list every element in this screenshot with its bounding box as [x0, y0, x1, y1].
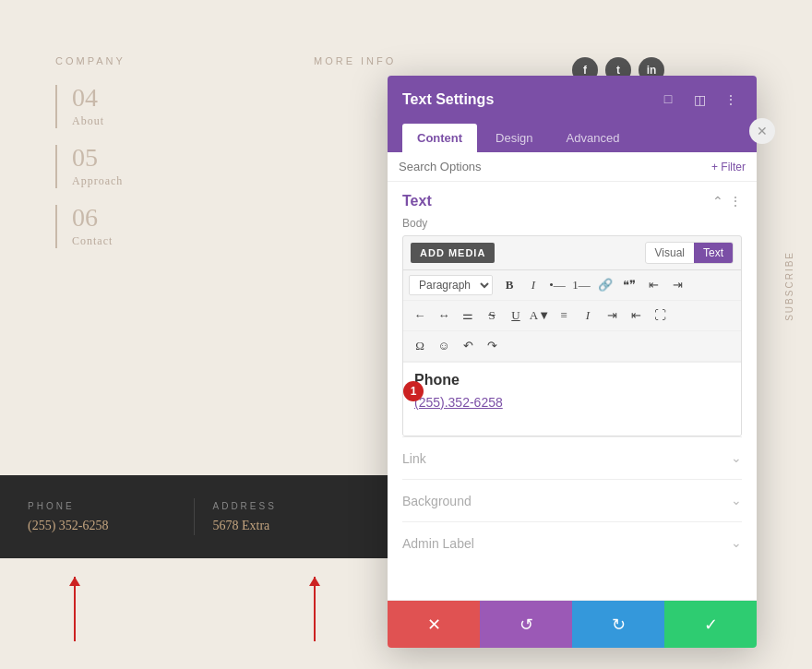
- editor-toolbar: ADD MEDIA Visual Text Paragraph Heading …: [402, 235, 742, 436]
- accordion-admin-arrow: ⌄: [731, 535, 742, 551]
- link-button[interactable]: 🔗: [594, 274, 616, 296]
- cancel-button[interactable]: ✕: [388, 601, 480, 648]
- modal-footer: ✕ ↺ ↻ ✓: [388, 600, 757, 648]
- arrow-up-right: [314, 577, 316, 641]
- footer-divider: [194, 498, 195, 535]
- nav-label-approach: Approach: [72, 174, 123, 188]
- nav-number-06: 06: [72, 205, 113, 231]
- editor-content-area: 1 Phone (255).352-6258: [403, 362, 741, 436]
- undo-button[interactable]: ↶: [457, 335, 479, 357]
- paragraph-select[interactable]: Paragraph Heading 1 Heading 2: [409, 275, 493, 295]
- editor-content-wrapper: 1 Phone (255).352-6258: [414, 372, 730, 411]
- modal-header-icons: □ ◫ ⋮: [657, 89, 742, 111]
- text-section-header: Text ⌃ ⋮: [402, 193, 742, 209]
- modal-icon-layout[interactable]: ◫: [688, 89, 710, 111]
- accordion-link-arrow: ⌄: [731, 450, 742, 466]
- visual-view-btn[interactable]: Visual: [646, 243, 694, 263]
- redo-footer-button[interactable]: ↻: [572, 601, 664, 648]
- address-value: 5678 Extra: [213, 519, 361, 533]
- accordion-background-arrow: ⌄: [731, 493, 742, 508]
- editor-heading: Phone: [414, 372, 730, 388]
- align-left-button[interactable]: ⇤: [642, 274, 664, 296]
- modal-tabs: Content Design Advanced: [388, 124, 757, 152]
- view-toggle: Visual Text: [645, 242, 734, 264]
- search-input[interactable]: [399, 160, 711, 173]
- accordion-background[interactable]: Background ⌄: [402, 479, 742, 521]
- address-col: ADDRESS 5678 Extra: [213, 501, 361, 533]
- nav-item-about[interactable]: 04 About: [55, 85, 125, 128]
- address-label: ADDRESS: [213, 501, 361, 511]
- phone-col: PHONE (255) 352-6258: [28, 501, 175, 533]
- footer-bar: PHONE (255) 352-6258 ADDRESS 5678 Extra: [0, 475, 388, 558]
- accordion-admin[interactable]: Admin Label ⌄: [402, 521, 742, 564]
- indent-button[interactable]: ⇥: [601, 305, 623, 327]
- modal-body: Text ⌃ ⋮ Body ADD MEDIA Visual Text Para…: [388, 182, 757, 600]
- redo-button[interactable]: ↷: [481, 335, 503, 357]
- text-settings-modal: Text Settings □ ◫ ⋮ Content Design Advan…: [388, 76, 757, 648]
- phone-label: PHONE: [28, 501, 175, 511]
- toolbar-top-row: ADD MEDIA Visual Text: [403, 236, 741, 270]
- nav-label-about: About: [72, 114, 104, 128]
- format-row-3: Ω ☺ ↶ ↷: [403, 331, 741, 362]
- underline-button[interactable]: U: [505, 305, 527, 327]
- more-info-label: MORE INFO: [314, 55, 396, 66]
- tab-design[interactable]: Design: [481, 124, 547, 152]
- blockquote-button[interactable]: ❝❞: [618, 274, 640, 296]
- accordion-admin-label: Admin Label: [402, 536, 474, 551]
- filter-button[interactable]: + Filter: [711, 161, 746, 173]
- tab-advanced[interactable]: Advanced: [552, 124, 635, 152]
- align-right-button[interactable]: ⇥: [666, 274, 688, 296]
- more-info-section: MORE INFO: [314, 55, 396, 85]
- format-row-2: ← ↔ ⚌ S U A▼ ≡ I ⇥ ⇤ ⛶: [403, 301, 741, 331]
- omega-button[interactable]: Ω: [409, 335, 431, 357]
- nav-number-05: 05: [72, 145, 123, 171]
- accordion-link[interactable]: Link ⌄: [402, 436, 742, 479]
- company-section: COMPANY 04 About 05 Approach 06 Contact: [55, 55, 125, 265]
- align-center-button[interactable]: ↔: [433, 305, 455, 327]
- text-section-title: Text: [402, 193, 432, 209]
- nav-item-contact[interactable]: 06 Contact: [55, 205, 125, 248]
- subscribe-text: SUBSCRIBE: [784, 251, 794, 321]
- modal-icon-expand[interactable]: □: [657, 89, 679, 111]
- table-button[interactable]: ⚌: [457, 305, 479, 327]
- modal-header: Text Settings □ ◫ ⋮: [388, 76, 757, 124]
- modal-close-outside[interactable]: ✕: [749, 118, 775, 144]
- italic2-button[interactable]: I: [577, 305, 599, 327]
- tab-content[interactable]: Content: [402, 124, 477, 152]
- font-color-button[interactable]: A▼: [529, 305, 551, 327]
- accordion-link-label: Link: [402, 451, 426, 466]
- more-icon[interactable]: ⋮: [729, 194, 742, 209]
- accordion-background-label: Background: [402, 494, 472, 508]
- nav-item-approach[interactable]: 05 Approach: [55, 145, 125, 188]
- more-format-button[interactable]: ≡: [553, 305, 575, 327]
- bold-button[interactable]: B: [498, 274, 520, 296]
- subscribe-area: SUBSCRIBE: [766, 258, 812, 314]
- ul-button[interactable]: •—: [546, 274, 568, 296]
- modal-title: Text Settings: [402, 91, 494, 108]
- body-label: Body: [402, 217, 742, 230]
- outdent-button[interactable]: ⇤: [625, 305, 647, 327]
- add-media-button[interactable]: ADD MEDIA: [411, 243, 495, 263]
- company-label: COMPANY: [55, 55, 125, 66]
- save-button[interactable]: ✓: [664, 601, 757, 648]
- modal-icon-more[interactable]: ⋮: [720, 89, 742, 111]
- text-view-btn[interactable]: Text: [694, 243, 733, 263]
- emoji-button[interactable]: ☺: [433, 335, 455, 357]
- italic-button[interactable]: I: [522, 274, 544, 296]
- nav-number-04: 04: [72, 85, 104, 111]
- align-left2-button[interactable]: ←: [409, 305, 431, 327]
- phone-value: (255) 352-6258: [28, 519, 175, 533]
- section-controls: ⌃ ⋮: [712, 194, 742, 209]
- ol-button[interactable]: 1—: [570, 274, 592, 296]
- strikethrough-button[interactable]: S: [481, 305, 503, 327]
- modal-search-bar[interactable]: + Filter: [388, 152, 757, 182]
- editor-phone-link[interactable]: (255).352-6258: [414, 395, 503, 410]
- undo-footer-button[interactable]: ↺: [480, 601, 572, 648]
- collapse-icon[interactable]: ⌃: [712, 194, 723, 209]
- fullscreen-button[interactable]: ⛶: [649, 305, 671, 327]
- nav-label-contact: Contact: [72, 234, 113, 248]
- format-row-1: Paragraph Heading 1 Heading 2 B I •— 1— …: [403, 270, 741, 301]
- arrow-up-left: [74, 577, 76, 641]
- badge-1: 1: [403, 381, 424, 401]
